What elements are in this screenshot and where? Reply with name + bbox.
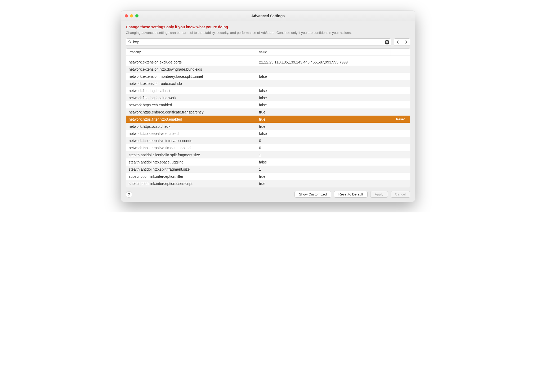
table-body: network.extension.exclude.ports21,22,25,… xyxy=(126,56,410,187)
table-row[interactable]: network.https.ocsp.checktrue xyxy=(126,123,410,130)
table-row[interactable]: subscription.link.interception.filtertru… xyxy=(126,173,410,180)
property-cell: stealth.antidpi.http.split.fragment.size xyxy=(126,167,256,171)
table-row[interactable]: stealth.antidpi.clienthello.split.fragme… xyxy=(126,151,410,158)
search-input[interactable] xyxy=(133,40,385,44)
value-cell: true xyxy=(256,117,391,121)
table-row[interactable]: network.https.ech.enabledfalse xyxy=(126,101,410,108)
titlebar: Advanced Settings xyxy=(121,11,415,21)
settings-table: Property Value network.extension.exclude… xyxy=(126,48,410,187)
value-cell: 0 xyxy=(256,146,391,150)
header-action xyxy=(391,49,410,56)
table-row[interactable]: network.extension.exclude.ports21,22,25,… xyxy=(126,58,410,66)
svg-line-1 xyxy=(131,43,131,43)
property-cell: network.https.filter.http3.enabled xyxy=(126,117,256,121)
table-row[interactable]: stealth.antidpi.http.split.fragment.size… xyxy=(126,166,410,173)
property-cell: network.https.ocsp.check xyxy=(126,124,256,129)
property-cell: network.filtering.localnetwork xyxy=(126,96,256,100)
value-cell: false xyxy=(256,89,391,93)
cancel-button[interactable]: Cancel xyxy=(391,191,410,198)
window-title: Advanced Settings xyxy=(121,14,415,18)
property-cell: network.filtering.localhost xyxy=(126,89,256,93)
value-cell: false xyxy=(256,131,391,136)
property-cell: stealth.antidpi.clienthello.split.fragme… xyxy=(126,153,256,157)
property-cell: network.tcp.keepalive.enabled xyxy=(126,131,256,136)
table-row[interactable]: network.filtering.localhostfalse xyxy=(126,87,410,94)
search-box[interactable] xyxy=(126,38,391,46)
svg-point-0 xyxy=(129,41,131,43)
table-row[interactable]: network.https.filter.http3.enabledtrueRe… xyxy=(126,116,410,123)
clear-search-button[interactable] xyxy=(385,40,389,44)
property-cell: network.extension.monterey.force.split.t… xyxy=(126,74,256,79)
show-customized-button[interactable]: Show Customized xyxy=(294,191,331,198)
property-cell: subscription.link.interception.filter xyxy=(126,174,256,179)
property-cell: network.https.ech.enabled xyxy=(126,103,256,107)
search-row xyxy=(126,38,410,46)
search-icon xyxy=(128,40,132,44)
apply-button[interactable]: Apply xyxy=(370,191,388,198)
table-row[interactable]: stealth.antidpi.http.space.jugglingfalse xyxy=(126,158,410,166)
table-row[interactable]: network.tcp.keepalive.timeout.seconds0 xyxy=(126,144,410,151)
table-row[interactable]: network.extension.monterey.force.split.t… xyxy=(126,73,410,80)
value-cell: true xyxy=(256,110,391,114)
nav-segment xyxy=(394,38,410,46)
help-button[interactable]: ? xyxy=(126,191,132,198)
property-cell: network.extension.route.exclude xyxy=(126,81,256,86)
value-cell: false xyxy=(256,96,391,100)
value-cell: false xyxy=(256,103,391,107)
warning-heading: Change these settings only if you know w… xyxy=(126,25,410,29)
table-row[interactable]: network.filtering.localnetworkfalse xyxy=(126,94,410,101)
settings-window: Advanced Settings Change these settings … xyxy=(121,11,415,202)
table-row[interactable]: network.tcp.keepalive.enabledfalse xyxy=(126,130,410,137)
value-cell: true xyxy=(256,174,391,179)
content-area: Change these settings only if you know w… xyxy=(121,21,415,202)
header-value[interactable]: Value xyxy=(256,49,391,56)
value-cell: false xyxy=(256,74,391,79)
value-cell: 1 xyxy=(256,153,391,157)
table-row-partial xyxy=(126,56,410,58)
reset-row-button[interactable]: Reset xyxy=(391,117,410,121)
warning-subheading: Changing advanced settings can be harmfu… xyxy=(126,31,410,35)
property-cell: stealth.antidpi.http.space.juggling xyxy=(126,160,256,164)
header-property[interactable]: Property xyxy=(126,49,256,56)
property-cell: subscription.link.interception.userscrip… xyxy=(126,181,256,186)
property-cell: network.tcp.keepalive.timeout.seconds xyxy=(126,146,256,150)
reset-to-default-button[interactable]: Reset to Default xyxy=(334,191,368,198)
nav-next-button[interactable] xyxy=(402,39,410,45)
table-header: Property Value xyxy=(126,49,410,56)
value-cell: true xyxy=(256,181,391,186)
table-row[interactable]: network.extension.route.exclude xyxy=(126,80,410,87)
value-cell: 21,22,25,110,135,139,143,445,465,587,993… xyxy=(256,60,391,64)
nav-prev-button[interactable] xyxy=(394,39,402,45)
value-cell: true xyxy=(256,124,391,129)
table-row[interactable]: network.https.enforce.certificate.transp… xyxy=(126,108,410,116)
property-cell: network.tcp.keepalive.interval.seconds xyxy=(126,139,256,143)
value-cell: false xyxy=(256,160,391,164)
table-row[interactable]: subscription.link.interception.userscrip… xyxy=(126,180,410,187)
footer: ? Show Customized Reset to Default Apply… xyxy=(126,187,410,198)
table-row[interactable]: network.extension.http.downgrade.bundlei… xyxy=(126,66,410,73)
property-cell: network.extension.exclude.ports xyxy=(126,60,256,64)
value-cell: 0 xyxy=(256,139,391,143)
property-cell: network.https.enforce.certificate.transp… xyxy=(126,110,256,114)
table-row[interactable]: network.tcp.keepalive.interval.seconds0 xyxy=(126,137,410,144)
property-cell: network.extension.http.downgrade.bundlei… xyxy=(126,67,256,71)
value-cell: 1 xyxy=(256,167,391,171)
